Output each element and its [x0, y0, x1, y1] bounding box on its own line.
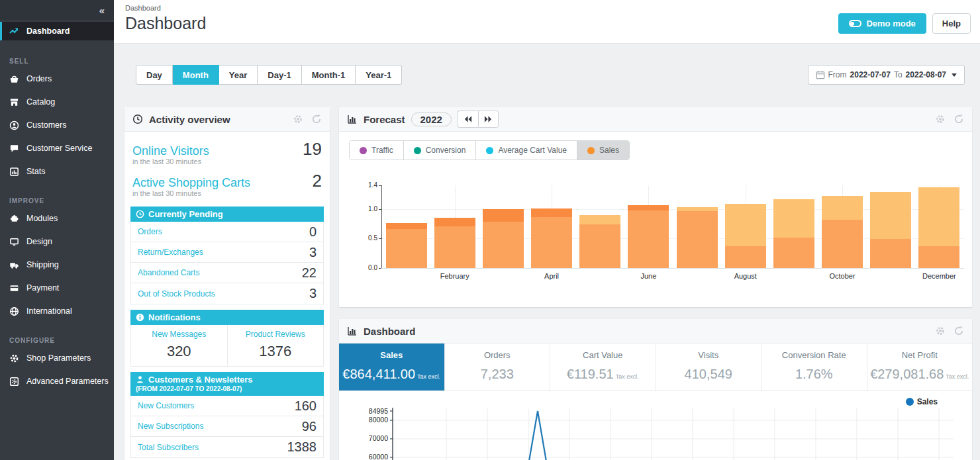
sidebar-item-catalog[interactable]: Catalog	[0, 93, 114, 111]
forecast-bar-top-april	[531, 208, 572, 217]
list-value-total-subscribers: 1388	[287, 439, 317, 455]
next-year-button[interactable]	[478, 111, 499, 128]
nav-group-sell: OrdersCatalogCustomersCustomer ServiceSt…	[0, 70, 114, 180]
forecast-bar-september	[773, 238, 814, 268]
range-tab-year-1[interactable]: Year-1	[356, 65, 402, 85]
forecast-bar-march	[483, 222, 524, 268]
range-tab-day-1[interactable]: Day-1	[258, 65, 301, 85]
forecast-bar-top-june	[628, 205, 669, 210]
notif-product-reviews[interactable]: Product Reviews1376	[227, 325, 324, 366]
metric-conversion-rate[interactable]: Conversion Rate1.76%	[761, 344, 867, 391]
legend-sales[interactable]: Sales	[577, 141, 629, 160]
sidebar-item-international[interactable]: International	[0, 302, 114, 320]
sidebar-item-orders[interactable]: Orders	[0, 70, 114, 87]
sidebar-item-shipping[interactable]: Shipping	[0, 256, 114, 273]
list-link-orders[interactable]: Orders	[138, 227, 162, 236]
stat-link-active-shopping-carts[interactable]: Active Shopping Carts	[132, 176, 250, 190]
legend-dot-average-cart-value	[486, 147, 493, 154]
forecast-bar-top-september	[773, 199, 814, 238]
forecast-bar-december	[918, 246, 959, 268]
list-link-new-customers[interactable]: New Customers	[138, 401, 194, 410]
legend-label-sales: Sales	[599, 146, 619, 155]
sidebar-item-design[interactable]: Design	[0, 233, 114, 250]
sidebar-item-stats[interactable]: Stats	[0, 163, 114, 180]
date-to-label: To	[894, 70, 903, 79]
notif-label-product-reviews: Product Reviews	[230, 330, 321, 339]
sidebar-item-label: Shipping	[26, 260, 59, 269]
currently-pending-band: Currently Pending	[130, 207, 324, 222]
metric-suffix-net-profit: Tax excl.	[946, 373, 969, 380]
truck-icon	[9, 259, 19, 270]
list-link-out-of-stock-products[interactable]: Out of Stock Products	[138, 289, 215, 299]
forecast-xtick-june: June	[618, 272, 678, 280]
bar-chart-icon	[347, 114, 358, 124]
topbar-actions: Demo mode Help	[838, 13, 971, 34]
sidebar-item-label: Customers	[26, 120, 66, 130]
metric-label-cart-value: Cart Value	[553, 350, 653, 360]
forecast-panel-tools	[935, 114, 964, 124]
sidebar-item-advanced-parameters[interactable]: Advanced Parameters	[0, 373, 114, 390]
notif-new-messages[interactable]: New Messages320	[131, 325, 227, 366]
previous-year-button[interactable]	[458, 111, 478, 128]
main-area: Dashboard Dashboard Demo mode Help DayMo…	[114, 0, 980, 460]
sidebar-collapse-icon[interactable]: «	[99, 5, 105, 16]
range-tab-month-1[interactable]: Month-1	[302, 65, 356, 85]
breadcrumb[interactable]: Dashboard	[125, 4, 980, 12]
metric-value-sales: €864,411.00Tax excl.	[342, 367, 442, 382]
sidebar-item-label: International	[26, 306, 72, 316]
refresh-icon[interactable]	[954, 326, 964, 336]
metric-sales[interactable]: Sales€864,411.00Tax excl.	[339, 344, 445, 391]
card-icon	[9, 283, 19, 293]
svg-text:70000: 70000	[369, 434, 388, 442]
forecast-bar-may	[579, 224, 620, 268]
sidebar-item-payment[interactable]: Payment	[0, 279, 114, 297]
list-row-new-customers: New Customers160	[131, 396, 323, 416]
metric-visits[interactable]: Visits410,549	[656, 344, 762, 391]
list-link-return-exchanges[interactable]: Return/Exchanges	[138, 248, 203, 257]
legend-average-cart-value[interactable]: Average Cart Value	[476, 141, 577, 160]
list-value-abandoned-carts: 22	[302, 265, 317, 281]
gear-icon[interactable]	[935, 114, 946, 124]
forecast-xtick-august: August	[716, 272, 775, 280]
metric-orders[interactable]: Orders7,233	[445, 344, 551, 391]
legend-traffic[interactable]: Traffic	[350, 141, 404, 160]
date-range-picker[interactable]: From 2022-07-07 To 2022-08-07	[808, 65, 965, 85]
puzzle-icon	[9, 213, 19, 224]
help-button[interactable]: Help	[932, 13, 971, 34]
clock-icon	[136, 210, 144, 218]
refresh-icon[interactable]	[954, 114, 964, 124]
sidebar-item-customer-service[interactable]: Customer Service	[0, 140, 114, 157]
sidebar-item-label: Advanced Parameters	[26, 377, 109, 386]
sidebar-item-customers[interactable]: Customers	[0, 116, 114, 134]
metric-net-profit[interactable]: Net Profit€279,081.68Tax excl.	[867, 344, 973, 391]
demo-mode-button[interactable]: Demo mode	[838, 13, 926, 34]
refresh-icon[interactable]	[311, 114, 322, 124]
range-tab-month[interactable]: Month	[173, 65, 219, 85]
list-link-total-subscribers[interactable]: Total Subscribers	[138, 443, 199, 452]
forecast-bar-april	[531, 217, 572, 268]
gear-icon[interactable]	[935, 326, 946, 336]
range-tab-year[interactable]: Year	[219, 65, 258, 85]
advanced-gear-icon	[9, 376, 19, 387]
metric-cart-value[interactable]: Cart Value€119.51Tax excl.	[550, 344, 656, 391]
dashboard-panel-header: Dashboard	[339, 319, 972, 344]
legend-conversion[interactable]: Conversion	[404, 141, 477, 160]
forecast-bar-top-july	[677, 207, 718, 211]
bar-chart-icon	[347, 326, 358, 336]
forecast-legend: TrafficConversionAverage Cart ValueSales	[349, 140, 630, 160]
list-link-new-subscriptions[interactable]: New Subscriptions	[138, 422, 203, 431]
sidebar-item-label: Dashboard	[26, 26, 70, 36]
stat-link-online-visitors[interactable]: Online Visitors	[132, 144, 209, 158]
list-value-new-customers: 160	[295, 398, 317, 414]
sidebar-item-shop-parameters[interactable]: Shop Parameters	[0, 349, 114, 367]
svg-text:84995: 84995	[369, 407, 388, 415]
range-tab-day[interactable]: Day	[136, 65, 173, 85]
sidebar-item-label: Payment	[26, 283, 59, 293]
gear-icon[interactable]	[293, 114, 303, 124]
forecast-bar-february	[434, 226, 475, 268]
sidebar-item-modules[interactable]: Modules	[0, 210, 114, 227]
sidebar-item-dashboard[interactable]: Dashboard	[0, 22, 114, 40]
list-link-abandoned-carts[interactable]: Abandoned Carts	[138, 268, 199, 277]
nav-section-sell: SELL	[0, 58, 114, 70]
legend-label-traffic: Traffic	[371, 146, 393, 155]
